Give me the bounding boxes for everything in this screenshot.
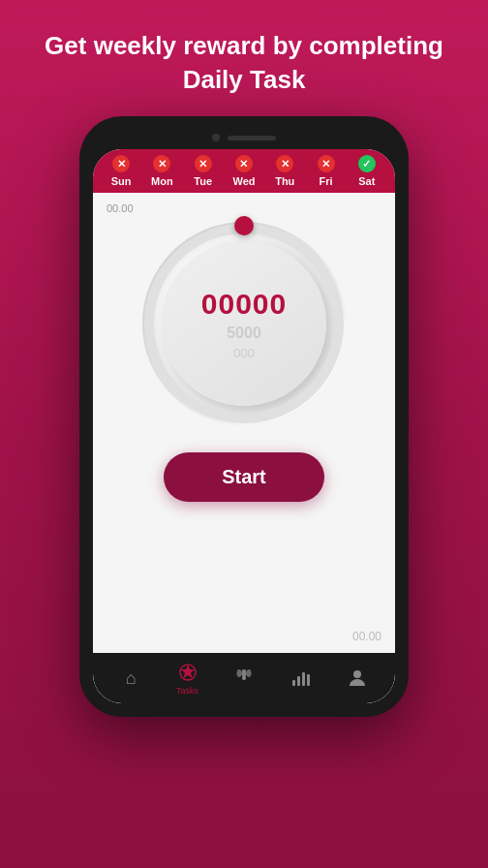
ring-dot	[234, 216, 254, 235]
mon-label: Mon	[151, 175, 173, 187]
svg-point-6	[237, 669, 242, 677]
day-thu[interactable]: ✕ Thu	[264, 155, 305, 187]
svg-point-4	[242, 669, 247, 677]
wed-label: Wed	[232, 175, 255, 187]
svg-rect-7	[292, 680, 295, 686]
phone-top	[93, 130, 395, 149]
day-wed[interactable]: ✕ Wed	[224, 155, 264, 187]
sat-status-icon: ✓	[358, 155, 376, 172]
header-title: Get weekly reward by completing Daily Ta…	[0, 0, 488, 116]
thu-status-icon: ✕	[276, 155, 293, 172]
profile-icon	[346, 666, 369, 690]
nav-home[interactable]: ⌂	[103, 666, 159, 690]
nav-fan[interactable]	[216, 666, 272, 690]
tasks-nav-label: Tasks	[176, 686, 198, 696]
ring-svg	[142, 222, 346, 425]
home-icon: ⌂	[119, 666, 142, 690]
phone-shell: ✕ Sun ✕ Mon ✕ Tue ✕ Wed ✕ Thu ✕ Fri	[79, 116, 409, 717]
main-content: 00.00 00000 5000 000 Start	[93, 193, 395, 653]
sun-status-icon: ✕	[112, 155, 130, 172]
nav-tasks[interactable]: Tasks	[159, 661, 215, 696]
fri-label: Fri	[320, 175, 333, 187]
svg-rect-8	[297, 676, 300, 686]
tue-label: Tue	[194, 175, 212, 187]
sat-label: Sat	[358, 175, 375, 187]
time-display: 00.00	[352, 630, 381, 643]
speaker	[228, 136, 276, 140]
steps-label: 00.00	[107, 202, 134, 214]
day-sat[interactable]: ✓ Sat	[347, 155, 387, 187]
start-button[interactable]: Start	[164, 452, 324, 502]
stats-icon	[289, 666, 312, 690]
nav-profile[interactable]	[329, 666, 385, 690]
tue-status-icon: ✕	[195, 155, 212, 172]
outer-ring: 00000 5000 000	[142, 222, 346, 425]
camera	[212, 134, 220, 141]
circle-tracker: 00000 5000 000	[142, 222, 346, 425]
svg-point-5	[247, 669, 252, 677]
day-fri[interactable]: ✕ Fri	[305, 155, 346, 187]
nav-stats[interactable]	[272, 666, 328, 690]
day-mon[interactable]: ✕ Mon	[141, 155, 182, 187]
svg-point-0	[149, 229, 339, 418]
fan-icon	[232, 666, 256, 690]
tasks-icon	[176, 661, 199, 684]
wed-status-icon: ✕	[235, 155, 253, 172]
thu-label: Thu	[275, 175, 294, 187]
sun-label: Sun	[111, 175, 132, 187]
day-tue[interactable]: ✕ Tue	[183, 155, 224, 187]
svg-rect-9	[302, 672, 305, 686]
svg-rect-10	[307, 674, 310, 686]
svg-point-11	[353, 670, 361, 678]
fri-status-icon: ✕	[318, 155, 335, 172]
screen: ✕ Sun ✕ Mon ✕ Tue ✕ Wed ✕ Thu ✕ Fri	[93, 149, 395, 703]
mon-status-icon: ✕	[153, 155, 170, 172]
bottom-nav: ⌂ Tasks	[93, 653, 395, 703]
days-bar: ✕ Sun ✕ Mon ✕ Tue ✕ Wed ✕ Thu ✕ Fri	[93, 149, 395, 193]
day-sun[interactable]: ✕ Sun	[101, 155, 141, 187]
